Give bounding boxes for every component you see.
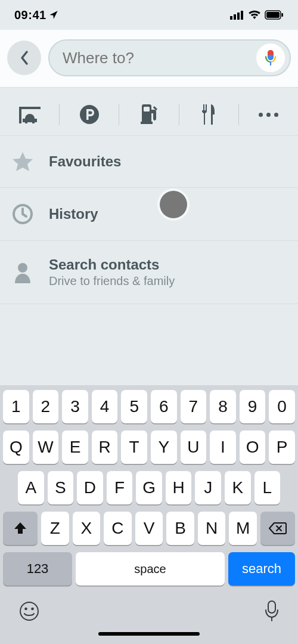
svg-point-13 [24, 608, 27, 611]
svg-rect-9 [144, 107, 150, 112]
search-input[interactable] [63, 49, 256, 67]
search-header [0, 30, 298, 88]
key-row-numbers: 1 2 3 4 5 6 7 8 9 0 [2, 390, 296, 423]
key-a[interactable]: A [18, 471, 44, 504]
key-g[interactable]: G [136, 471, 162, 504]
svg-rect-15 [268, 601, 275, 613]
category-food[interactable] [179, 98, 238, 131]
key-x[interactable]: X [73, 512, 101, 545]
gas-pump-icon [139, 104, 159, 125]
key-k[interactable]: K [225, 471, 251, 504]
microphone-icon [264, 49, 277, 67]
key-6[interactable]: 6 [151, 390, 177, 423]
emoji-button[interactable] [18, 600, 40, 624]
key-q[interactable]: Q [3, 431, 29, 464]
key-8[interactable]: 8 [210, 390, 236, 423]
location-arrow-icon [49, 10, 58, 20]
key-r[interactable]: R [92, 431, 118, 464]
svg-rect-5 [266, 12, 280, 18]
svg-point-14 [31, 608, 34, 611]
cell-signal-icon [230, 10, 244, 20]
key-u[interactable]: U [181, 431, 207, 464]
status-left: 09:41 [14, 8, 58, 22]
key-j[interactable]: J [195, 471, 221, 504]
svg-rect-0 [230, 16, 232, 20]
category-more[interactable] [239, 98, 298, 131]
clock-icon [12, 203, 33, 225]
key-f[interactable]: F [107, 471, 133, 504]
key-backspace[interactable] [260, 512, 295, 545]
key-1[interactable]: 1 [3, 390, 29, 423]
status-right [230, 10, 284, 20]
category-garage[interactable] [0, 98, 59, 131]
status-time: 09:41 [14, 8, 46, 22]
key-shift[interactable] [3, 512, 38, 545]
history-row[interactable]: History [0, 188, 298, 241]
touch-indicator [160, 191, 187, 218]
key-9[interactable]: 9 [240, 390, 266, 423]
garage-icon [18, 104, 42, 125]
wifi-icon [248, 10, 261, 20]
search-field[interactable] [48, 39, 291, 76]
more-icon [259, 113, 278, 117]
key-row-bottom: 123 space search [2, 552, 296, 586]
key-space[interactable]: space [76, 552, 225, 586]
key-m[interactable]: M [229, 512, 257, 545]
category-row [0, 88, 298, 135]
key-2[interactable]: 2 [33, 390, 59, 423]
voice-search-button[interactable] [256, 44, 285, 72]
search-contacts-title: Search contacts [49, 256, 284, 273]
status-bar: 09:41 [0, 0, 298, 30]
key-w[interactable]: W [33, 431, 59, 464]
key-row-asdf: A S D F G H J K L [2, 471, 296, 504]
key-search[interactable]: search [228, 552, 295, 586]
key-n[interactable]: N [198, 512, 226, 545]
svg-rect-1 [234, 14, 236, 20]
key-123[interactable]: 123 [3, 552, 72, 586]
key-4[interactable]: 4 [92, 390, 118, 423]
key-c[interactable]: C [104, 512, 132, 545]
key-row-zxcv: Z X C V B N M [2, 512, 296, 545]
back-button[interactable] [7, 41, 41, 75]
star-icon [12, 151, 33, 172]
svg-point-12 [20, 602, 38, 620]
key-y[interactable]: Y [151, 431, 177, 464]
shift-icon [13, 521, 27, 535]
key-b[interactable]: B [166, 512, 194, 545]
key-i[interactable]: I [210, 431, 236, 464]
keyboard: 1 2 3 4 5 6 7 8 9 0 Q W E R T Y U I O P … [0, 385, 298, 644]
search-contacts-subtitle: Drive to friends & family [49, 274, 284, 288]
key-5[interactable]: 5 [121, 390, 147, 423]
battery-icon [265, 10, 284, 20]
key-o[interactable]: O [240, 431, 266, 464]
key-h[interactable]: H [166, 471, 192, 504]
favourites-row[interactable]: Favourites [0, 135, 298, 188]
suggestions-list: Favourites History Search contacts Drive… [0, 135, 298, 304]
key-s[interactable]: S [48, 471, 74, 504]
key-e[interactable]: E [62, 431, 88, 464]
key-v[interactable]: V [135, 512, 163, 545]
dictation-button[interactable] [264, 600, 280, 625]
key-z[interactable]: Z [41, 512, 69, 545]
parking-icon [79, 104, 100, 125]
key-0[interactable]: 0 [269, 390, 295, 423]
key-l[interactable]: L [254, 471, 281, 504]
home-indicator[interactable] [98, 632, 200, 636]
person-icon [14, 262, 32, 283]
key-p[interactable]: P [269, 431, 295, 464]
emoji-icon [18, 600, 40, 622]
category-gas[interactable] [119, 98, 178, 131]
backspace-icon [269, 522, 287, 535]
svg-rect-2 [237, 13, 240, 20]
svg-rect-3 [241, 11, 243, 20]
key-7[interactable]: 7 [181, 390, 207, 423]
key-row-qwerty: Q W E R T Y U I O P [2, 431, 296, 464]
key-t[interactable]: T [121, 431, 147, 464]
svg-point-11 [18, 263, 27, 273]
microphone-outline-icon [264, 600, 280, 623]
key-d[interactable]: D [77, 471, 103, 504]
keyboard-toolbar [2, 593, 296, 630]
search-contacts-row[interactable]: Search contacts Drive to friends & famil… [0, 241, 298, 304]
key-3[interactable]: 3 [62, 390, 88, 423]
category-parking[interactable] [60, 98, 119, 131]
